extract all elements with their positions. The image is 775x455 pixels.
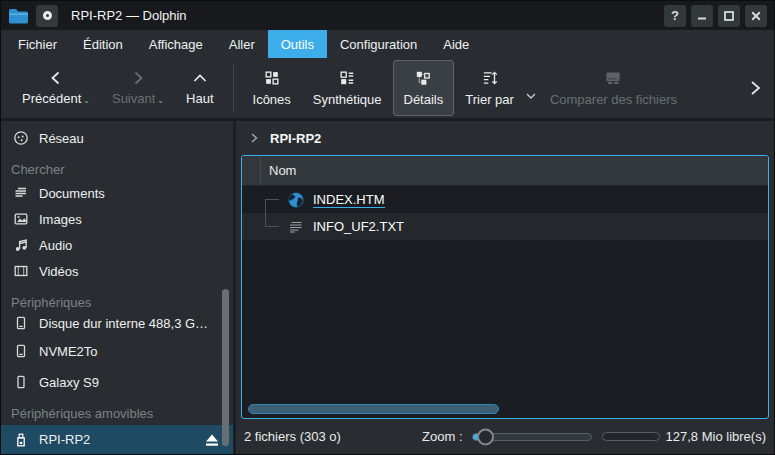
sidebar-item-label: Audio [39, 238, 72, 253]
zoom-slider[interactable] [472, 433, 592, 441]
globe-icon [287, 191, 305, 209]
sidebar-item-rpi-rp2[interactable]: RPI-RP2 [1, 425, 233, 454]
icons-view-icon [263, 69, 281, 87]
view-compact-button[interactable]: Synthétique [302, 60, 393, 116]
help-button[interactable]: ? [664, 5, 686, 27]
sidebar-item-label: Images [39, 212, 82, 227]
breadcrumb-chevron-icon[interactable] [249, 132, 259, 144]
sidebar-item-label: RPI-RP2 [39, 432, 90, 447]
phone-icon [13, 374, 29, 390]
file-name[interactable]: INDEX.HTM [313, 192, 385, 208]
window-body: Réseau Chercher Documents Images Audio [1, 121, 774, 454]
menu-configuration[interactable]: Configuration [327, 30, 430, 58]
images-icon [13, 211, 29, 227]
sidebar-scrollbar[interactable] [222, 289, 229, 446]
column-header-name[interactable]: Nom [261, 163, 296, 178]
zoom-control: Zoom : [422, 429, 591, 444]
close-button[interactable] [745, 5, 767, 27]
menu-outils[interactable]: Outils [268, 30, 327, 58]
sidebar-item-audio[interactable]: Audio [1, 232, 233, 258]
sidebar-item-videos[interactable]: Vidéos [1, 258, 233, 284]
usb-drive-icon [13, 432, 29, 448]
places-panel: Réseau Chercher Documents Images Audio [1, 121, 236, 454]
horizontal-scrollbar[interactable] [248, 404, 499, 414]
sidebar-item-nvme[interactable]: NVME2To [1, 341, 233, 369]
view-details-button[interactable]: Détails [393, 60, 455, 116]
menubar: Fichier Édition Affichage Aller Outils C… [1, 30, 774, 58]
chevron-right-icon [129, 70, 147, 86]
network-icon [13, 130, 29, 146]
section-peripheriques-amovibles: Périphériques amovibles [1, 400, 233, 424]
forward-button[interactable]: Suivant⌄ [101, 60, 175, 116]
free-space-bar [602, 432, 660, 441]
window-title: RPI-RP2 — Dolphin [71, 8, 187, 23]
sidebar-item-label: Disque dur interne 488,3 G… [39, 315, 221, 332]
file-name[interactable]: INFO_UF2.TXT [313, 219, 404, 235]
hard-drive-icon [13, 343, 29, 359]
section-peripheriques: Périphériques [1, 289, 233, 313]
sidebar-item-label: Documents [39, 186, 105, 201]
statusbar: 2 fichiers (303 o) Zoom : 127,8 Mio libr… [236, 419, 774, 454]
details-view-icon [414, 69, 432, 87]
tree-branch [265, 213, 287, 240]
sidebar-item-internal-disk[interactable]: Disque dur interne 488,3 G… [1, 313, 233, 341]
tree-branch [265, 186, 287, 213]
toolbar-separator [233, 63, 234, 113]
menu-edition[interactable]: Édition [70, 30, 136, 58]
menu-affichage[interactable]: Affichage [136, 30, 216, 58]
hard-drive-icon [13, 315, 29, 331]
zoom-label: Zoom : [422, 429, 462, 444]
breadcrumb-location[interactable]: RPI-RP2 [270, 131, 321, 146]
file-row-index-htm[interactable]: INDEX.HTM [242, 186, 768, 213]
section-chercher: Chercher [1, 156, 233, 180]
main-panel: RPI-RP2 Nom INDEX.HTM [236, 121, 774, 454]
compare-icon [603, 69, 623, 87]
sidebar-item-label: Vidéos [39, 264, 79, 279]
app-ring-icon [43, 11, 52, 20]
maximize-button[interactable] [718, 5, 740, 27]
compare-files-button[interactable]: Comparer des fichiers [539, 60, 688, 116]
dolphin-folder-icon [8, 7, 30, 25]
sidebar-item-network[interactable]: Réseau [1, 125, 233, 151]
dolphin-window: RPI-RP2 — Dolphin ? Fichier Édition Affi… [0, 0, 775, 455]
titlebar: RPI-RP2 — Dolphin ? [1, 1, 774, 30]
chevron-down-icon: ⌄ [157, 96, 164, 105]
sidebar-item-label: NVME2To [39, 343, 221, 360]
chevron-left-icon [47, 70, 65, 86]
minimize-button[interactable] [691, 5, 713, 27]
chevron-up-icon [191, 70, 209, 86]
window-controls: ? [664, 5, 767, 27]
menu-aller[interactable]: Aller [216, 30, 268, 58]
up-button[interactable]: Haut [175, 60, 224, 116]
menu-fichier[interactable]: Fichier [5, 30, 70, 58]
sidebar-item-label: Réseau [39, 131, 84, 146]
breadcrumb: RPI-RP2 [236, 121, 774, 155]
toolbar: Précédent⌄ Suivant⌄ Haut Icônes Synthéti… [1, 58, 774, 121]
compact-view-icon [338, 69, 356, 87]
file-count-text: 2 fichiers (303 o) [244, 429, 341, 444]
view-icons-button[interactable]: Icônes [242, 60, 302, 116]
eject-icon[interactable] [203, 432, 221, 448]
sidebar-item-label: Galaxy S9 [39, 375, 99, 390]
sort-button[interactable]: Trier par [454, 60, 525, 116]
back-button[interactable]: Précédent⌄ [11, 60, 101, 116]
documents-icon [13, 185, 29, 201]
menu-aide[interactable]: Aide [430, 30, 482, 58]
sort-dropdown-chevron-icon[interactable] [525, 88, 537, 103]
sidebar-item-documents[interactable]: Documents [1, 180, 233, 206]
zoom-slider-handle[interactable] [477, 428, 494, 445]
view-header: Nom [242, 156, 768, 186]
free-space-text: 127,8 Mio libre(s) [666, 429, 766, 444]
expander-column [242, 156, 261, 185]
text-file-icon [287, 218, 305, 236]
sidebar-item-galaxy-s9[interactable]: Galaxy S9 [1, 369, 233, 395]
sort-icon [481, 69, 499, 87]
toolbar-overflow-chevron-icon[interactable] [746, 79, 764, 97]
videos-icon [13, 263, 29, 279]
file-row-info-uf2-txt[interactable]: INFO_UF2.TXT [242, 213, 768, 240]
file-view: Nom INDEX.HTM INFO_UF2.TXT [241, 155, 769, 419]
window-menu-button[interactable] [36, 5, 58, 27]
sidebar-item-images[interactable]: Images [1, 206, 233, 232]
audio-icon [13, 237, 29, 253]
chevron-down-icon: ⌄ [83, 96, 90, 105]
